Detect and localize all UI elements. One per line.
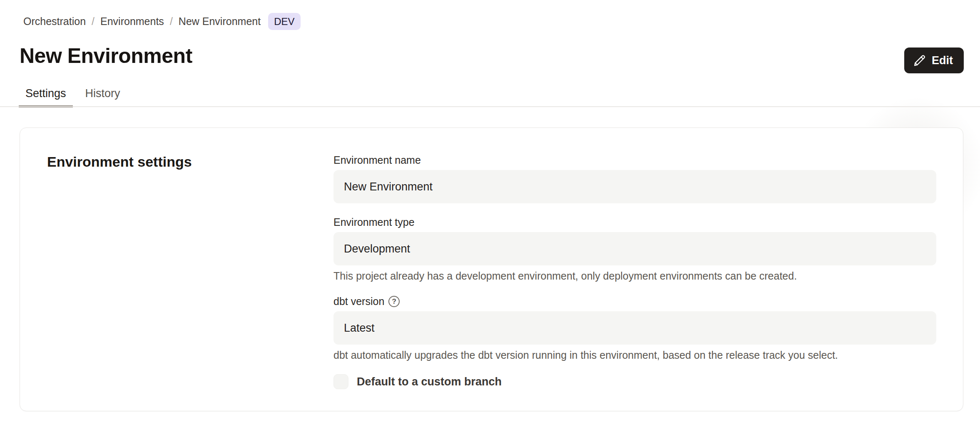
environment-name-input[interactable]: New Environment [333,170,936,203]
custom-branch-label: Default to a custom branch [357,375,502,388]
environment-settings-form: Environment name New Environment Environ… [333,154,936,389]
environment-type-helper-text: This project already has a development e… [333,270,936,282]
custom-branch-row: Default to a custom branch [333,374,936,389]
breadcrumb-item-new-environment[interactable]: New Environment [179,15,261,28]
tab-settings[interactable]: Settings [19,82,73,108]
environment-name-value: New Environment [344,180,433,193]
environment-settings-card: Environment settings Environment name Ne… [20,128,963,411]
dbt-version-helper-text: dbt automatically upgrades the dbt versi… [333,349,936,362]
breadcrumb-separator: / [170,15,173,28]
tab-bar: Settings History [19,82,127,108]
edit-button-label: Edit [932,54,953,67]
tabs-divider [0,106,980,107]
dbt-version-value: Latest [344,322,375,335]
environment-type-field: Environment type Development This projec… [333,216,936,282]
dbt-version-input[interactable]: Latest [333,311,936,345]
breadcrumb-item-environments[interactable]: Environments [100,15,164,28]
environment-name-field: Environment name New Environment [333,154,936,203]
environment-type-input[interactable]: Development [333,232,936,265]
environment-dev-badge: DEV [268,13,300,30]
dbt-version-field: dbt version ? Latest dbt automatically u… [333,295,936,362]
edit-button[interactable]: Edit [904,48,964,73]
environment-type-label: Environment type [333,216,936,229]
breadcrumb: Orchestration / Environments / New Envir… [23,12,301,30]
dbt-version-label: dbt version ? [333,295,936,308]
help-icon[interactable]: ? [388,296,400,307]
environment-name-label: Environment name [333,154,936,167]
custom-branch-checkbox[interactable] [333,374,348,389]
pencil-icon [913,54,926,67]
page-title: New Environment [20,44,192,68]
card-heading: Environment settings [47,154,192,170]
environment-type-value: Development [344,242,410,255]
breadcrumb-item-orchestration[interactable]: Orchestration [23,15,86,28]
breadcrumb-separator: / [92,15,95,28]
tab-history[interactable]: History [79,82,127,108]
